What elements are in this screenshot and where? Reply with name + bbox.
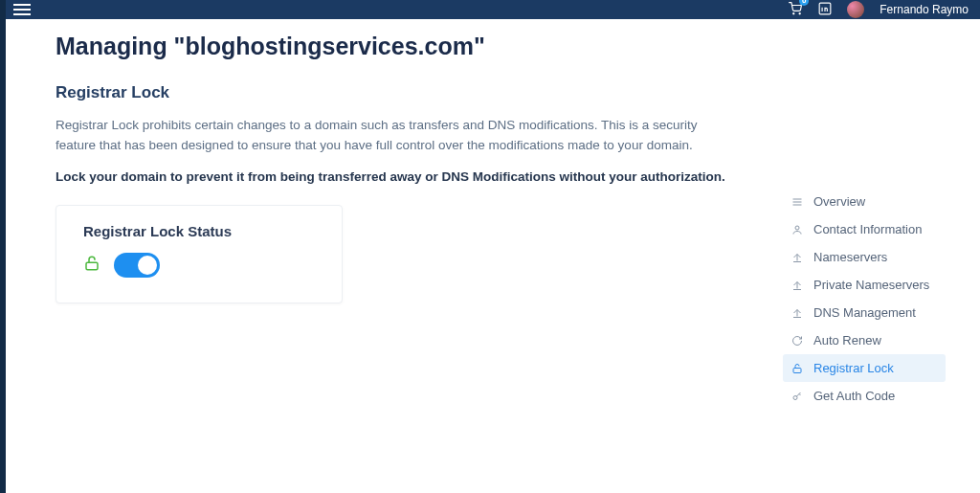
cart-button[interactable]: 0 xyxy=(788,2,803,18)
sidebar-item-private-nameservers[interactable]: Private Nameservers xyxy=(783,271,946,299)
sidebar-item-overview[interactable]: Overview xyxy=(783,188,946,215)
page-content: Managing "bloghostingservices.com" Regis… xyxy=(0,19,980,493)
sidebar-item-label: Registrar Lock xyxy=(813,361,894,375)
sidebar-item-label: DNS Management xyxy=(813,305,916,320)
avatar[interactable] xyxy=(847,1,864,18)
hamburger-menu-button[interactable] xyxy=(13,4,31,15)
lock-open-icon xyxy=(83,255,100,276)
svg-point-7 xyxy=(795,226,799,230)
page-title: Managing "bloghostingservices.com" xyxy=(56,33,980,60)
sidebar-item-label: Auto Renew xyxy=(813,333,881,347)
section-title: Registrar Lock xyxy=(56,83,980,102)
upload-icon xyxy=(791,280,804,291)
sidebar-item-auth-code[interactable]: Get Auth Code xyxy=(783,382,946,410)
card-title: Registrar Lock Status xyxy=(83,223,319,239)
top-bar: 0 Fernando Raymo xyxy=(0,0,980,19)
sidebar-item-nameservers[interactable]: Nameservers xyxy=(783,243,946,271)
key-icon xyxy=(791,391,804,402)
registrar-lock-card: Registrar Lock Status xyxy=(56,205,343,303)
user-icon xyxy=(791,224,804,235)
sidebar-item-dns-management[interactable]: DNS Management xyxy=(783,299,946,326)
registrar-lock-toggle[interactable] xyxy=(114,253,160,278)
linkedin-button[interactable] xyxy=(818,2,832,18)
svg-point-0 xyxy=(793,12,794,13)
refresh-icon xyxy=(791,335,804,347)
username-label[interactable]: Fernando Raymo xyxy=(880,3,969,16)
section-description: Registrar Lock prohibits certain changes… xyxy=(56,116,725,156)
upload-icon xyxy=(791,307,804,319)
section-bold-description: Lock your domain to prevent it from bein… xyxy=(56,169,745,184)
lock-icon xyxy=(791,363,804,374)
card-row xyxy=(83,253,319,278)
linkedin-icon xyxy=(818,2,832,15)
sidebar-item-label: Overview xyxy=(813,194,865,209)
sidebar-item-label: Nameservers xyxy=(813,250,887,264)
list-icon xyxy=(791,196,804,208)
sidebar-item-contact-info[interactable]: Contact Information xyxy=(783,215,946,243)
svg-rect-3 xyxy=(86,262,98,270)
sidebar-item-label: Contact Information xyxy=(813,222,922,236)
svg-point-1 xyxy=(799,12,800,13)
top-right-group: 0 Fernando Raymo xyxy=(788,1,969,18)
domain-sidebar: Overview Contact Information Nameservers… xyxy=(783,188,946,410)
upload-icon xyxy=(791,252,804,263)
toggle-knob xyxy=(138,256,157,275)
svg-rect-8 xyxy=(793,368,801,372)
sidebar-item-label: Get Auth Code xyxy=(813,389,895,403)
sidebar-item-label: Private Nameservers xyxy=(813,278,929,292)
cart-badge: 0 xyxy=(799,0,809,6)
sidebar-item-auto-renew[interactable]: Auto Renew xyxy=(783,326,946,354)
sidebar-item-registrar-lock[interactable]: Registrar Lock xyxy=(783,354,946,382)
